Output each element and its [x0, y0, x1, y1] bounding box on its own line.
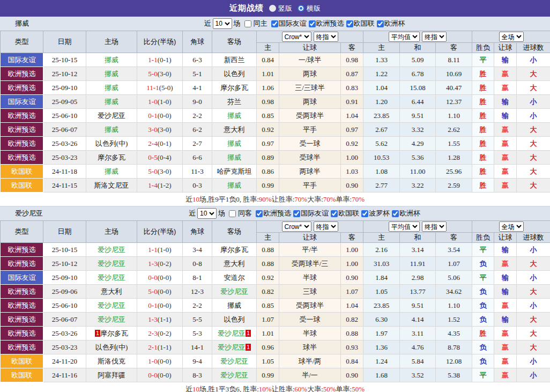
- home-team-name[interactable]: 爱沙尼亚: [98, 112, 125, 120]
- league-checkbox[interactable]: [293, 210, 300, 217]
- summary-segment: 让胜率:: [272, 195, 295, 204]
- fulltime-scope-select[interactable]: 全场: [499, 221, 524, 232]
- fulltime-scope-select[interactable]: 全场: [499, 32, 524, 42]
- home-team-name[interactable]: 意大利: [101, 287, 122, 295]
- league-checkbox[interactable]: [377, 20, 384, 27]
- handicap-line: 受两球半/三: [279, 257, 341, 271]
- home-team-name[interactable]: 爱沙尼亚: [98, 246, 125, 254]
- league-filter[interactable]: 欧洲杯: [390, 209, 420, 218]
- away-team-name[interactable]: 爱沙尼亚: [218, 329, 246, 337]
- away-team-name[interactable]: 挪威: [227, 153, 241, 161]
- odds-final-select[interactable]: 终指: [314, 32, 338, 42]
- odds-final-select[interactable]: 终指: [314, 221, 338, 232]
- avg-primary-select[interactable]: 平均值: [389, 221, 420, 232]
- league-filter[interactable]: 国际友谊: [269, 19, 307, 28]
- col-type: 类型: [1, 31, 43, 53]
- result-outcome: 负: [472, 257, 494, 271]
- league-checkbox[interactable]: [331, 210, 338, 217]
- odds-primary-select[interactable]: Crow*: [282, 221, 311, 232]
- same-venue-checkbox[interactable]: [229, 210, 236, 217]
- result-goals: 大: [517, 81, 550, 95]
- home-team-name[interactable]: 爱沙尼亚: [98, 260, 125, 268]
- league-filter[interactable]: 欧国联: [344, 19, 375, 28]
- halftime-score: (3-0): [158, 125, 172, 134]
- result-goals: 大: [517, 257, 550, 271]
- home-team-name[interactable]: 以色列(中): [95, 343, 128, 351]
- away-team-cell: 爱沙尼亚1: [212, 341, 257, 354]
- home-team-name[interactable]: 斯洛伐克: [98, 357, 125, 365]
- home-team-name[interactable]: 爱沙尼亚: [98, 315, 125, 323]
- away-team-cell: 爱沙尼亚: [212, 285, 257, 299]
- away-team-cell: 芬兰: [212, 95, 257, 109]
- league-checkbox[interactable]: [309, 20, 316, 27]
- handicap-home-odds: 0.99: [257, 179, 279, 193]
- results-table: 类型 日期 主场 比分(半场) 角球 客场 Crow*终指 平均值终指 全场: [0, 220, 550, 382]
- col-home: 主场: [86, 221, 137, 243]
- home-team-name[interactable]: 挪威: [105, 84, 118, 92]
- avg-final-select[interactable]: 终指: [422, 32, 447, 42]
- home-team-name[interactable]: 以色列(中): [95, 139, 128, 147]
- league-filter[interactable]: 波罗杯: [359, 209, 390, 218]
- fulltime-score: 0-5: [148, 153, 157, 161]
- away-team-cell: 意大利: [212, 123, 257, 137]
- league-label: 欧洲杯: [384, 19, 405, 28]
- away-team-name[interactable]: 挪威: [227, 112, 241, 120]
- away-team-name[interactable]: 挪威: [227, 301, 241, 309]
- home-team-name[interactable]: 爱沙尼亚: [98, 273, 125, 282]
- halftime-score: (0-0): [158, 112, 172, 120]
- league-filter[interactable]: 欧国联: [329, 209, 359, 218]
- avg-final-select[interactable]: 终指: [422, 221, 447, 232]
- same-venue-checkbox[interactable]: [244, 20, 251, 27]
- away-team-name[interactable]: 摩尔多瓦: [220, 84, 248, 92]
- col-date: 日期: [43, 221, 86, 243]
- away-team-name[interactable]: 新西兰: [224, 56, 245, 64]
- away-team-name[interactable]: 爱沙尼亚: [220, 357, 248, 365]
- home-team-name[interactable]: 摩尔多瓦: [98, 153, 125, 161]
- away-team-name[interactable]: 爱沙尼亚: [220, 371, 248, 379]
- result-outcome: 胜: [472, 151, 494, 165]
- home-team-name[interactable]: 挪威: [105, 56, 118, 64]
- league-filter[interactable]: 欧洲预选: [307, 19, 344, 28]
- summary-segment: 60%: [294, 385, 307, 392]
- league-filter[interactable]: 国际友谊: [291, 209, 329, 218]
- home-team-name[interactable]: 阿塞拜疆: [98, 371, 125, 379]
- recent-count-select[interactable]: 10: [197, 208, 217, 219]
- league-checkbox[interactable]: [361, 210, 368, 217]
- avg-draw-odds: 5.84: [400, 354, 436, 368]
- away-team-name[interactable]: 意大利: [224, 125, 245, 134]
- away-team-name[interactable]: 安道尔: [224, 273, 245, 282]
- away-team-name[interactable]: 意大利: [224, 260, 245, 268]
- match-date: 25-09-06: [43, 285, 86, 299]
- handicap-away-odds: 1.00: [341, 151, 363, 165]
- away-team-name[interactable]: 挪威: [227, 139, 241, 147]
- odds-primary-select[interactable]: Crow*: [282, 32, 311, 42]
- league-filter[interactable]: 欧洲杯: [375, 19, 405, 28]
- avg-draw-odds: 15.08: [400, 81, 436, 95]
- view-option-vertical[interactable]: 竖版: [269, 4, 292, 13]
- home-team-name[interactable]: 爱沙尼亚: [98, 301, 125, 309]
- league-checkbox[interactable]: [271, 20, 278, 27]
- avg-primary-select[interactable]: 平均值: [389, 32, 420, 42]
- corner-score: 2-2: [183, 299, 212, 313]
- away-team-name[interactable]: 爱沙尼亚: [218, 343, 246, 351]
- away-team-name[interactable]: 挪威: [227, 181, 241, 189]
- view-option-horizontal[interactable]: 横版: [298, 4, 321, 13]
- away-team-name[interactable]: 摩尔多瓦: [220, 246, 248, 254]
- home-team-name[interactable]: 挪威: [105, 70, 118, 78]
- away-team-name[interactable]: 以色列: [224, 70, 245, 78]
- league-filter[interactable]: 欧洲预选: [254, 209, 291, 218]
- home-team-name[interactable]: 挪威: [105, 125, 118, 134]
- away-team-name[interactable]: 爱沙尼亚: [220, 287, 248, 295]
- match-row: 欧洲预选 25-03-26 1摩尔多瓦 2-3(0-2) 5-3 爱沙尼亚1 1…: [1, 327, 550, 341]
- home-team-name[interactable]: 斯洛文尼亚: [94, 181, 129, 189]
- recent-count-select[interactable]: 10: [213, 18, 232, 29]
- away-team-name[interactable]: 以色列: [224, 315, 245, 323]
- home-team-name[interactable]: 挪威: [105, 98, 118, 106]
- home-team-name[interactable]: 摩尔多瓦: [100, 329, 128, 337]
- away-team-name[interactable]: 哈萨克斯坦: [217, 167, 252, 175]
- league-checkbox[interactable]: [346, 20, 353, 27]
- away-team-name[interactable]: 芬兰: [227, 98, 241, 106]
- league-checkbox[interactable]: [256, 210, 263, 217]
- home-team-name[interactable]: 挪威: [105, 167, 118, 175]
- league-checkbox[interactable]: [392, 210, 399, 217]
